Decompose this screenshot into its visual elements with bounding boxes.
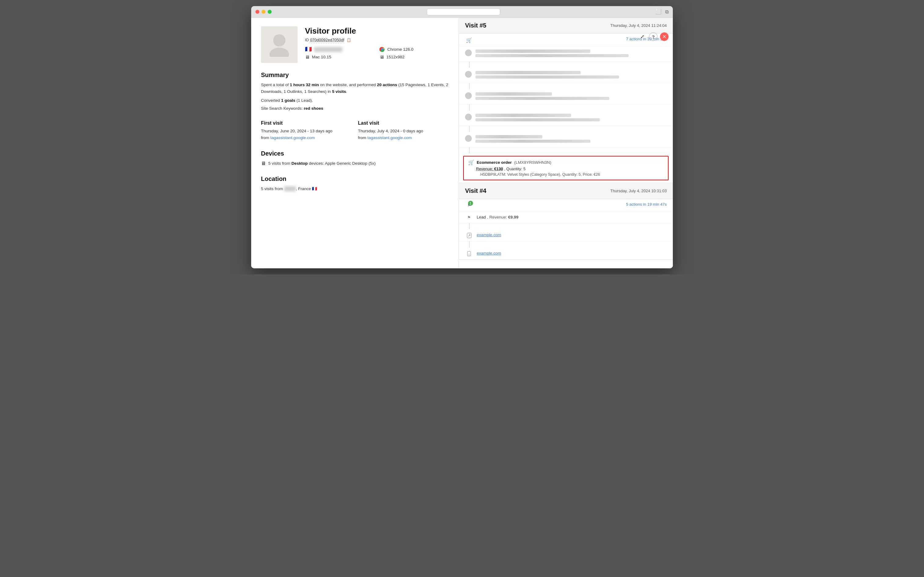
visitor-header: Visitor profile ID 070d0092ed7050df 📋 🇫🇷… [261,26,449,63]
titlebar: ⬜ ⧉ [251,6,673,18]
location-flag: 🇫🇷 [312,187,317,191]
ecommerce-order-row: 🛒 Ecommerce order (LMX8YRSWHN3N) Revenue… [463,156,668,180]
chrome-icon [380,47,385,52]
visit-5-body: 🛒 7 actions in 39 min 38s [459,34,673,180]
first-visit-from: from tagassistant.google.com [261,134,352,141]
blurred-icon-1 [465,50,472,56]
connector-2 [469,83,470,89]
connector-5 [469,147,470,153]
ecommerce-title: Ecommerce order [476,160,512,165]
last-visit-title: Last visit [358,121,449,126]
os-name: Mac 10.15 [312,55,331,59]
traffic-lights [256,10,272,14]
visit-4-body: ⚑ 1 5 actions in 19 min 47s [459,199,673,259]
outlink-2-link[interactable]: example.com [476,251,501,256]
blurred-action-3 [459,89,673,105]
mac-icon: 🖥 [305,55,309,60]
ecommerce-cart-icon: 🛒 [468,160,474,165]
city-blurred: ████ [284,187,296,191]
ecommerce-item-detail: H5DBP9LATM: Velvet Styles (Category Spac… [480,172,664,177]
titlebar-right: ⬜ ⧉ [655,9,668,15]
goal-label: Lead [476,215,486,219]
id-value[interactable]: 070d0092ed7050df [310,38,344,42]
goals-text: Converted 1 goals (1 Lead). [261,97,449,104]
devices-section: Devices 🖥 5 visits from Desktop devices:… [261,150,449,167]
visit-4-number: Visit #4 [465,187,486,194]
download-icon: ↓ [465,251,473,256]
keywords-text: Site Search Keywords: red shoes [261,105,449,112]
devices-text: 5 visits from Desktop devices: Apple Gen… [268,160,375,167]
outlink-icon-1: ↗ [465,232,473,238]
browser-name: Chrome 126.0 [388,47,414,52]
visit-5-block: Visit #5 Thursday, July 4, 2024 11:24:04… [459,18,673,183]
blurred-action-2 [459,68,673,83]
close-button[interactable]: ✕ [660,32,668,41]
right-panel: Visit #5 Thursday, July 4, 2024 11:24:04… [459,18,673,268]
minimize-button[interactable] [262,10,266,14]
devices-row: 🖥 5 visits from Desktop devices: Apple G… [261,160,449,167]
connector-3 [469,105,470,111]
url-bar[interactable] [427,8,500,15]
screen-res: 1512x982 [386,55,404,59]
blurred-icon-4 [465,114,472,121]
visit-4-actions-link[interactable]: 5 actions in 19 min 47s [626,202,667,206]
meta-grid: 🇫🇷 ██████████ [305,46,449,60]
ecommerce-revenue-row: Revenue: €130 , Quantity: 5 [476,166,664,171]
visitor-title: Visitor profile [305,26,449,36]
location-title: Location [261,176,449,182]
blurred-action-5 [459,132,673,147]
visit-dates-section: First visit Thursday, June 20, 2024 - 13… [261,121,449,142]
summary-section: Summary Spent a total of 1 hours 32 min … [261,71,449,112]
svg-point-0 [273,34,285,47]
blurred-action-1 [459,47,673,62]
revenue-link[interactable]: Revenue: €130 [476,166,503,171]
flag-icon: 🇫🇷 [305,46,312,53]
ip-address: ██████████ [314,47,342,52]
visitor-info: Visitor profile ID 070d0092ed7050df 📋 🇫🇷… [305,26,449,60]
connector-1 [469,62,470,68]
first-visit-link[interactable]: tagassistant.google.com [270,135,315,140]
first-visit-title: First visit [261,121,352,126]
meta-screen: 🖥 1512x982 [380,55,449,60]
copy-icon[interactable]: 📋 [346,38,351,42]
location-section: Location 5 visits from ████, France 🇫🇷 [261,176,449,192]
sidebar-toggle-icon[interactable]: ⬜ [655,9,662,15]
blurred-action-4 [459,111,673,126]
last-visit-link[interactable]: tagassistant.google.com [367,135,412,140]
goal-icon: ⚑ [465,214,473,220]
connector-outlink [469,242,470,248]
meta-browser: Chrome 126.0 [380,46,449,53]
first-visit: First visit Thursday, June 20, 2024 - 13… [261,121,352,142]
help-button[interactable]: ? [649,32,658,41]
devices-title: Devices [261,150,449,157]
expand-button[interactable]: ⤢ [638,32,647,41]
blurred-icon-5 [465,135,472,142]
svg-point-3 [381,48,383,50]
visitor-profile-modal: Visitor profile ID 070d0092ed7050df 📋 🇫🇷… [251,18,673,268]
goal-row: ⚑ Lead , Revenue: €9.99 [459,211,673,223]
summary-title: Summary [261,71,449,79]
visitor-id: ID 070d0092ed7050df 📋 [305,38,449,42]
titlebar-center [272,8,655,15]
outlink-1-link[interactable]: example.com [476,232,501,237]
visit-5-date: Thursday, July 4, 2024 11:24:04 [610,23,667,28]
screen-icon: 🖥 [380,55,384,60]
connector-4 [469,126,470,132]
browser-window: ⬜ ⧉ ⤢ ? ✕ [251,6,673,268]
split-view-icon[interactable]: ⧉ [665,9,668,15]
connector-goal [469,223,470,229]
maximize-button[interactable] [268,10,272,14]
visit-4-block: Visit #4 Thursday, July 4, 2024 10:31:03… [459,183,673,260]
desktop-icon: 🖥 [261,161,266,166]
avatar [261,26,298,63]
last-visit-from: from tagassistant.google.com [358,134,449,141]
last-visit-date: Thursday, July 4, 2024 - 0 days ago [358,128,449,134]
id-label: ID [305,38,309,42]
goal-badge: 1 [468,201,473,206]
svg-point-1 [269,48,289,57]
close-button[interactable] [256,10,259,14]
ecommerce-order-id: (LMX8YRSWHN3N) [514,160,552,165]
last-visit: Last visit Thursday, July 4, 2024 - 0 da… [358,121,449,142]
location-text: 5 visits from ████, France 🇫🇷 [261,185,449,192]
summary-text: Spent a total of 1 hours 32 min on the w… [261,82,449,95]
